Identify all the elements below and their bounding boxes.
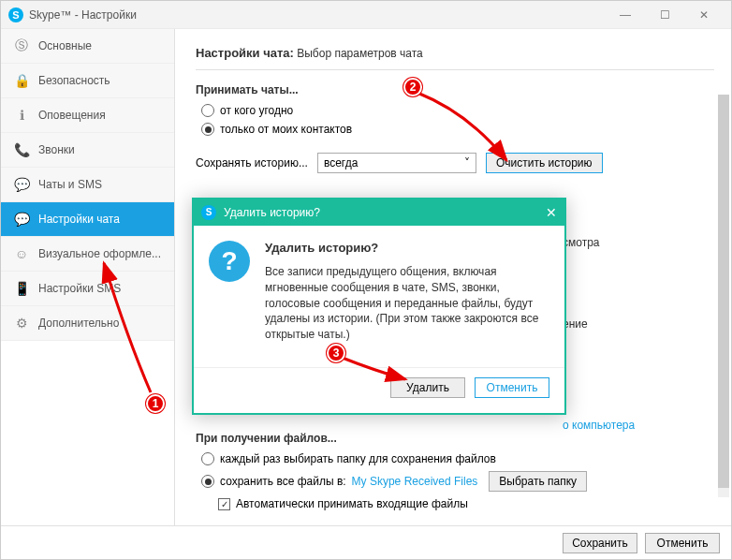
close-button[interactable]: ✕ bbox=[684, 2, 724, 28]
sidebar-item-label: Звонки bbox=[38, 143, 75, 156]
content-scrollbar[interactable] bbox=[718, 95, 729, 497]
sidebar-item-advanced[interactable]: ⚙ Дополнительно bbox=[1, 306, 174, 341]
clear-history-button[interactable]: Очистить историю bbox=[486, 153, 603, 173]
scrollbar-thumb[interactable] bbox=[718, 95, 729, 488]
dialog-cancel-button[interactable]: Отменить bbox=[475, 377, 549, 398]
checkbox-icon bbox=[218, 498, 230, 510]
question-icon: ? bbox=[209, 241, 250, 282]
history-row: Сохранять историю... всегда ˅ Очистить и… bbox=[196, 153, 714, 173]
checkbox-label: Автоматически принимать входящие файлы bbox=[236, 497, 468, 510]
accept-anyone-radio[interactable]: от кого угодно bbox=[201, 104, 714, 117]
sidebar-item-label: Визуальное оформле... bbox=[38, 247, 161, 260]
radio-icon bbox=[201, 104, 214, 117]
files-ask-radio[interactable]: каждый раз выбирать папку для сохранения… bbox=[201, 452, 714, 465]
history-select[interactable]: всегда ˅ bbox=[317, 153, 476, 173]
radio-icon bbox=[201, 452, 214, 465]
page-title: Настройки чата: Выбор параметров чата bbox=[196, 46, 714, 60]
sidebar-item-security[interactable]: 🔒 Безопасность bbox=[1, 64, 174, 98]
chat-bubble-icon: 💬 bbox=[14, 212, 29, 227]
skype-icon: Ⓢ bbox=[14, 37, 29, 54]
cancel-button[interactable]: Отменить bbox=[645, 533, 720, 553]
info-icon: ℹ bbox=[14, 108, 29, 123]
history-label: Сохранять историю... bbox=[196, 156, 308, 169]
radio-label: каждый раз выбирать папку для сохранения… bbox=[220, 452, 496, 465]
maximize-button[interactable]: ☐ bbox=[645, 2, 684, 28]
sidebar-item-chat-settings[interactable]: 💬 Настройки чата bbox=[1, 202, 174, 237]
radio-label: сохранить все файлы в: bbox=[220, 475, 346, 488]
sidebar-item-label: Оповещения bbox=[38, 109, 106, 122]
window-controls: — ☐ ✕ bbox=[606, 2, 724, 28]
sidebar-item-sms-settings[interactable]: 📱 Настройки SMS bbox=[1, 272, 174, 306]
skype-logo-icon: S bbox=[8, 7, 23, 22]
heading-bold: Настройки чата: bbox=[196, 46, 294, 60]
radio-label: от кого угодно bbox=[220, 104, 293, 117]
dialog-titlebar: S Удалить историю? ✕ bbox=[194, 199, 564, 226]
sidebar-item-label: Безопасность bbox=[38, 74, 110, 87]
radio-label: только от моих контактов bbox=[220, 123, 352, 136]
sidebar-item-chats-sms[interactable]: 💬 Чаты и SMS bbox=[1, 168, 174, 202]
annotation-badge-2: 2 bbox=[403, 78, 422, 96]
save-button[interactable]: Сохранить bbox=[563, 533, 637, 553]
sidebar-item-label: Настройки SMS bbox=[38, 282, 121, 295]
lock-icon: 🔒 bbox=[14, 73, 29, 88]
sidebar-item-label: Настройки чата bbox=[38, 213, 120, 226]
chevron-down-icon: ˅ bbox=[464, 156, 470, 169]
choose-folder-button[interactable]: Выбрать папку bbox=[489, 471, 587, 492]
dialog-footer: Сохранить Отменить bbox=[1, 525, 731, 559]
behind-text-view: смотра bbox=[563, 236, 600, 249]
settings-sidebar: Ⓢ Основные 🔒 Безопасность ℹ Оповещения 📞… bbox=[1, 29, 174, 525]
divider bbox=[196, 69, 714, 70]
dialog-delete-button[interactable]: Удалить bbox=[390, 377, 465, 398]
files-save-radio[interactable]: сохранить все файлы в: My Skype Received… bbox=[201, 471, 714, 492]
skype-logo-icon: S bbox=[201, 205, 216, 220]
minimize-button[interactable]: — bbox=[606, 2, 645, 28]
accept-contacts-radio[interactable]: только от моих контактов bbox=[201, 123, 714, 136]
annotation-badge-3: 3 bbox=[327, 344, 345, 362]
sidebar-item-notifications[interactable]: ℹ Оповещения bbox=[1, 98, 174, 133]
smile-icon: ☺ bbox=[14, 246, 29, 261]
chat-icon: 💬 bbox=[14, 177, 29, 192]
mobile-icon: 📱 bbox=[14, 281, 29, 296]
dialog-body: ? Удалить историю? Все записи предыдущег… bbox=[194, 226, 564, 358]
delete-history-dialog: S Удалить историю? ✕ ? Удалить историю? … bbox=[192, 198, 566, 415]
dialog-close-button[interactable]: ✕ bbox=[546, 205, 557, 220]
annotation-badge-1: 1 bbox=[146, 394, 165, 413]
sidebar-item-general[interactable]: Ⓢ Основные bbox=[1, 29, 174, 64]
window-title: Skype™ - Настройки bbox=[29, 8, 137, 22]
sidebar-item-visual[interactable]: ☺ Визуальное оформле... bbox=[1, 237, 174, 272]
titlebar: S Skype™ - Настройки — ☐ ✕ bbox=[1, 1, 731, 29]
dialog-title: Удалить историю? bbox=[224, 206, 320, 219]
dialog-heading: Удалить историю? bbox=[265, 241, 549, 255]
radio-icon bbox=[201, 123, 214, 136]
sidebar-item-calls[interactable]: 📞 Звонки bbox=[1, 133, 174, 168]
auto-accept-checkbox[interactable]: Автоматически принимать входящие файлы bbox=[218, 497, 714, 510]
gear-icon: ⚙ bbox=[14, 316, 29, 331]
behind-text-change: ение bbox=[563, 317, 588, 331]
sidebar-item-label: Чаты и SMS bbox=[38, 178, 102, 191]
dialog-footer-buttons: Удалить Отменить bbox=[194, 367, 564, 413]
sidebar-item-label: Дополнительно bbox=[38, 317, 119, 330]
select-value: всегда bbox=[324, 156, 358, 169]
files-title: При получении файлов... bbox=[196, 432, 714, 445]
heading-rest: Выбор параметров чата bbox=[294, 47, 423, 60]
phone-icon: 📞 bbox=[14, 142, 29, 157]
radio-icon bbox=[201, 475, 214, 488]
behind-text-computer[interactable]: о компьютера bbox=[563, 419, 635, 432]
dialog-message: Все записи предыдущего общения, включая … bbox=[265, 264, 549, 343]
accept-chats-title: Принимать чаты... bbox=[196, 83, 714, 96]
files-folder-link[interactable]: My Skype Received Files bbox=[352, 475, 478, 488]
sidebar-item-label: Основные bbox=[38, 39, 92, 52]
